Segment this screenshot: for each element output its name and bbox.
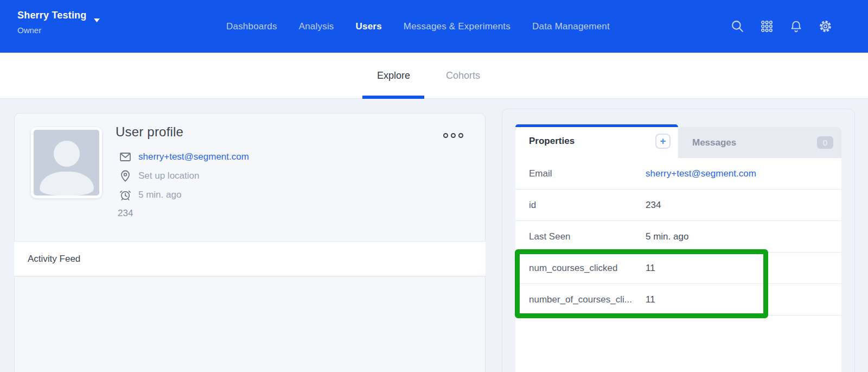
activity-feed-section: Activity Feed xyxy=(14,241,486,276)
property-key: id xyxy=(515,200,646,211)
property-key: num_courses_clicked xyxy=(515,263,646,274)
tab-explore[interactable]: Explore xyxy=(362,53,425,99)
add-property-button[interactable]: + xyxy=(655,134,671,149)
tab-cohorts[interactable]: Cohorts xyxy=(431,53,495,99)
table-row-id: id 234 xyxy=(515,190,841,221)
property-key: Email xyxy=(515,168,646,179)
profile-email-row: sherry+test@segment.com xyxy=(116,150,249,163)
user-profile-card: User profile sherry+test@segment.com Set… xyxy=(14,113,486,372)
profile-user-id: 234 xyxy=(118,208,133,219)
envelope-icon xyxy=(119,150,132,163)
main-nav: Dashboards Analysis Users Messages & Exp… xyxy=(226,0,610,53)
property-value: 11 xyxy=(646,294,655,305)
table-row-number-of-courses-clicked: number_of_courses_cli... 11 xyxy=(515,284,841,316)
detail-tabs: Properties + Messages 0 xyxy=(515,124,841,158)
nav-item-data-management[interactable]: Data Management xyxy=(532,21,610,32)
profile-title: User profile xyxy=(116,124,419,140)
tab-properties-label: Properties xyxy=(529,136,575,147)
property-key: number_of_courses_cli... xyxy=(515,294,646,305)
avatar xyxy=(31,127,102,198)
activity-feed-title: Activity Feed xyxy=(28,254,80,264)
overflow-menu-icon[interactable] xyxy=(443,133,463,138)
nav-item-dashboards[interactable]: Dashboards xyxy=(226,21,277,32)
tab-messages[interactable]: Messages 0 xyxy=(678,127,841,158)
avatar-head-shape xyxy=(54,141,80,167)
profile-location-text[interactable]: Set up location xyxy=(138,171,199,181)
apps-grid-icon[interactable] xyxy=(760,20,774,33)
workspace-switcher[interactable]: Sherry Testing Owner xyxy=(17,10,100,35)
property-value: 11 xyxy=(646,263,655,274)
topbar-actions xyxy=(731,0,832,53)
user-detail-panel: Properties + Messages 0 Email sherry+tes… xyxy=(502,109,855,372)
table-row-num-courses-clicked: num_courses_clicked 11 xyxy=(515,253,841,284)
nav-item-analysis[interactable]: Analysis xyxy=(299,21,334,32)
properties-table: Email sherry+test@segment.com id 234 Las… xyxy=(515,158,841,372)
tab-messages-label: Messages xyxy=(692,137,736,148)
workspace-role: Owner xyxy=(17,26,100,35)
top-navigation-bar: Sherry Testing Owner Dashboards Analysis… xyxy=(0,0,868,53)
profile-email-link[interactable]: sherry+test@segment.com xyxy=(138,152,249,162)
alarm-clock-icon xyxy=(119,188,132,201)
settings-gear-icon[interactable] xyxy=(819,20,832,33)
profile-info: User profile sherry+test@segment.com Set… xyxy=(116,124,419,140)
property-key: Last Seen xyxy=(515,231,646,242)
search-icon[interactable] xyxy=(731,20,744,33)
location-pin-icon xyxy=(119,169,132,182)
tab-properties[interactable]: Properties + xyxy=(515,124,678,158)
profile-last-seen-text: 5 min. ago xyxy=(138,190,181,200)
nav-item-users[interactable]: Users xyxy=(356,21,382,32)
messages-count-badge: 0 xyxy=(817,136,833,149)
property-value: 5 min. ago xyxy=(646,231,688,242)
caret-down-icon xyxy=(94,14,100,17)
table-row-last-seen: Last Seen 5 min. ago xyxy=(515,221,841,253)
profile-last-seen-row: 5 min. ago xyxy=(116,188,181,201)
users-subnav: Explore Cohorts xyxy=(0,53,868,99)
table-row-email: Email sherry+test@segment.com xyxy=(515,158,841,190)
workspace-name: Sherry Testing xyxy=(17,10,87,21)
property-value-email-link[interactable]: sherry+test@segment.com xyxy=(646,168,756,179)
avatar-body-shape xyxy=(40,172,94,196)
notifications-bell-icon[interactable] xyxy=(789,20,803,33)
nav-item-messages-experiments[interactable]: Messages & Experiments xyxy=(404,21,510,32)
property-value: 234 xyxy=(646,200,661,211)
profile-location-row: Set up location xyxy=(116,169,199,182)
